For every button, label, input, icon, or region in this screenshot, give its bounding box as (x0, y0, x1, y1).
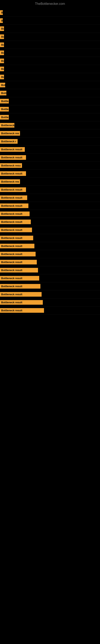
result-row: Bo (0, 73, 100, 81)
result-row: Bottleneck result (0, 250, 100, 258)
result-row: Bottleneck result (0, 194, 100, 202)
bottleneck-label: Bo (0, 66, 4, 71)
bottleneck-label: B (0, 10, 3, 15)
bottleneck-label: Bottleneck result (0, 292, 42, 297)
bottleneck-label: Bo (0, 34, 4, 39)
result-row: Bottle (0, 105, 100, 113)
bottleneck-label: Bottleneck result (0, 147, 25, 152)
result-row: Bottleneck result (0, 154, 100, 162)
result-row: Bottleneck result (0, 210, 100, 218)
result-row: Bottleneck result (0, 218, 100, 226)
result-row: Bottleneck result (0, 170, 100, 178)
result-row: Bottleneck result (0, 202, 100, 210)
result-row: Bottleneck res (0, 130, 100, 138)
result-row: Bottleneck result (0, 146, 100, 154)
result-row: Bottle (0, 97, 100, 105)
bottleneck-label: Bottleneck result (0, 260, 37, 264)
bottleneck-label: Bo (0, 58, 4, 63)
result-row: Bottleneck res (0, 178, 100, 186)
bottleneck-label: Bot (0, 83, 5, 87)
bottleneck-label: Bottleneck result (0, 228, 32, 232)
result-row: Bottleneck result (0, 266, 100, 274)
bottleneck-label: Bottle (0, 99, 9, 104)
bottleneck-label: B (0, 18, 3, 23)
result-row: Bo (0, 25, 100, 33)
result-row: Bottleneck r (0, 138, 100, 146)
bottleneck-label: Bottleneck result (0, 276, 39, 280)
bottleneck-label: Bottleneck result (0, 308, 44, 313)
bottleneck-label: Bottle (0, 107, 9, 112)
result-row: Bottleneck resu (0, 162, 100, 170)
result-row: Bottle (0, 113, 100, 121)
result-row: Bottleneck result (0, 274, 100, 282)
result-row: Bottleneck result (0, 282, 100, 290)
bottleneck-label: Bottleneck result (0, 268, 38, 272)
result-row: Bo (0, 49, 100, 57)
result-row: Bo (0, 41, 100, 49)
bottleneck-label: Bottleneck result (0, 155, 26, 160)
result-row: Bot (0, 81, 100, 89)
bottleneck-label: Bo (0, 26, 4, 31)
bottleneck-label: Bottleneck result (0, 196, 27, 200)
bottleneck-label: Bottleneck res (0, 179, 20, 184)
result-row: B (0, 9, 100, 17)
bottleneck-label: Bottleneck result (0, 252, 36, 256)
result-row: Bottleneck result (0, 258, 100, 266)
bottleneck-label: Bottleneck (0, 123, 14, 128)
result-row: B (0, 17, 100, 25)
bottleneck-label: Bottleneck resu (0, 163, 22, 168)
result-row: Bo (0, 57, 100, 65)
bottleneck-label: Bott (0, 91, 6, 96)
bottleneck-label: Bo (0, 42, 4, 47)
result-row: Bottleneck result (0, 306, 100, 314)
result-row: Bottleneck result (0, 226, 100, 234)
bottleneck-label: Bottleneck result (0, 284, 40, 288)
bottleneck-label: Bottleneck result (0, 244, 34, 248)
result-row: Bottleneck result (0, 242, 100, 250)
bottleneck-label: Bottleneck result (0, 236, 33, 240)
result-row: Bottleneck result (0, 186, 100, 194)
bottleneck-label: Bo (0, 50, 4, 55)
bottleneck-label: Bottleneck result (0, 171, 26, 176)
results-container: BBBoBoBoBoBoBoBoBotBottBottleBottleBottl… (0, 7, 100, 316)
result-row: Bottleneck (0, 121, 100, 130)
result-row: Bottleneck result (0, 298, 100, 306)
bottleneck-label: Bottleneck result (0, 212, 30, 216)
bottleneck-label: Bottleneck result (0, 220, 31, 224)
result-row: Bottleneck result (0, 290, 100, 298)
bottleneck-label: Bottleneck r (0, 139, 18, 144)
bottleneck-label: Bottleneck result (0, 187, 26, 192)
bottleneck-label: Bottleneck result (0, 300, 43, 305)
result-row: Bo (0, 65, 100, 73)
site-title: TheBottlenecker.com (0, 0, 100, 7)
result-row: Bo (0, 33, 100, 41)
bottleneck-label: Bo (0, 75, 4, 79)
bottleneck-label: Bottle (0, 115, 9, 120)
result-row: Bott (0, 89, 100, 97)
bottleneck-label: Bottleneck result (0, 204, 28, 208)
bottleneck-label: Bottleneck res (0, 131, 20, 136)
result-row: Bottleneck result (0, 234, 100, 242)
